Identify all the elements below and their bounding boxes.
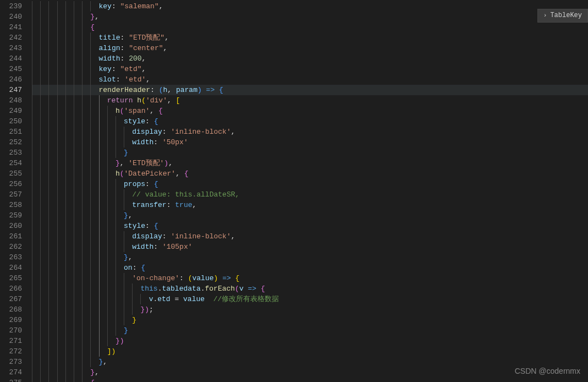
code-line[interactable]: this.tabledata.forEach(v => { (32, 283, 588, 294)
line-number: 259 (0, 210, 22, 221)
code-line[interactable]: // value: this.allDateSR, (32, 189, 588, 200)
line-number: 239 (0, 1, 22, 12)
code-line[interactable]: transfer: true, (32, 200, 588, 210)
code-line[interactable]: props: { (32, 179, 588, 189)
code-line[interactable]: width: '50px' (32, 137, 588, 148)
line-number: 243 (0, 43, 22, 53)
line-number: 253 (0, 148, 22, 158)
line-number: 258 (0, 200, 22, 210)
line-number: 267 (0, 294, 22, 304)
line-number-gutter: 2392402412422432442452462472482492502512… (0, 0, 32, 382)
line-number: 245 (0, 64, 22, 74)
code-line[interactable]: style: { (32, 221, 588, 231)
line-number: 242 (0, 32, 22, 43)
code-line[interactable]: on: { (32, 263, 588, 273)
line-number: 248 (0, 95, 22, 106)
code-line[interactable]: }, (32, 357, 588, 367)
code-line[interactable]: return h('div', [ (32, 95, 588, 106)
code-line[interactable]: slot: 'etd', (32, 74, 588, 85)
code-line[interactable]: }); (32, 304, 588, 315)
line-number: 257 (0, 189, 22, 200)
line-number: 240 (0, 12, 22, 22)
code-line[interactable]: } (32, 148, 588, 158)
code-line[interactable]: display: 'inline-block', (32, 231, 588, 242)
line-number: 265 (0, 273, 22, 283)
line-number: 250 (0, 116, 22, 127)
line-number: 246 (0, 74, 22, 85)
code-line[interactable]: display: 'inline-block', (32, 127, 588, 137)
code-line[interactable]: }, (32, 210, 588, 221)
chevron-right-icon: › (543, 10, 547, 21)
code-line[interactable]: h('span', { (32, 106, 588, 116)
line-number: 247 (0, 85, 22, 95)
line-number: 269 (0, 315, 22, 325)
code-line[interactable]: renderHeader: (h, param) => { (32, 85, 588, 95)
line-number: 272 (0, 346, 22, 357)
line-number: 263 (0, 252, 22, 263)
line-number: 273 (0, 357, 22, 367)
line-number: 262 (0, 242, 22, 252)
code-line[interactable]: { (32, 378, 588, 382)
line-number: 252 (0, 137, 22, 148)
code-editor[interactable]: 2392402412422432442452462472482492502512… (0, 0, 588, 382)
line-number: 275 (0, 378, 22, 382)
line-number: 255 (0, 168, 22, 179)
line-number: 264 (0, 263, 22, 273)
watermark-text: CSDN @codernmx (515, 366, 580, 376)
line-number: 270 (0, 325, 22, 336)
line-number: 261 (0, 231, 22, 242)
code-line[interactable]: } (32, 325, 588, 336)
line-number: 266 (0, 283, 22, 294)
line-number: 254 (0, 158, 22, 168)
line-number: 241 (0, 22, 22, 32)
breadcrumb-label: TableKey (550, 10, 582, 21)
code-line[interactable]: v.etd = value //修改所有表格数据 (32, 294, 588, 304)
code-area[interactable]: key: "saleman",},{title: "ETD预配",align: … (32, 0, 588, 382)
code-line[interactable]: }, (32, 252, 588, 263)
code-line[interactable]: ]) (32, 346, 588, 357)
line-number: 268 (0, 304, 22, 315)
code-line[interactable]: { (32, 22, 588, 32)
line-number: 271 (0, 336, 22, 346)
code-line[interactable]: width: '105px' (32, 242, 588, 252)
line-number: 274 (0, 367, 22, 378)
line-number: 244 (0, 53, 22, 64)
line-number: 260 (0, 221, 22, 231)
code-line[interactable]: width: 200, (32, 53, 588, 64)
code-line[interactable]: 'on-change': (value) => { (32, 273, 588, 283)
code-line[interactable]: }, (32, 12, 588, 22)
line-number: 249 (0, 106, 22, 116)
breadcrumb-sticky[interactable]: › TableKey (537, 9, 588, 23)
code-line[interactable]: } (32, 315, 588, 325)
code-line[interactable]: h('DatePicker', { (32, 168, 588, 179)
code-line[interactable]: title: "ETD预配", (32, 32, 588, 43)
line-number: 256 (0, 179, 22, 189)
line-number: 251 (0, 127, 22, 137)
code-line[interactable]: style: { (32, 116, 588, 127)
code-line[interactable]: }, 'ETD预配'), (32, 158, 588, 168)
code-line[interactable]: align: "center", (32, 43, 588, 53)
code-line[interactable]: key: "etd", (32, 64, 588, 74)
code-line[interactable]: }, (32, 367, 588, 378)
code-line[interactable]: }) (32, 336, 588, 346)
code-line[interactable]: key: "saleman", (32, 1, 588, 12)
